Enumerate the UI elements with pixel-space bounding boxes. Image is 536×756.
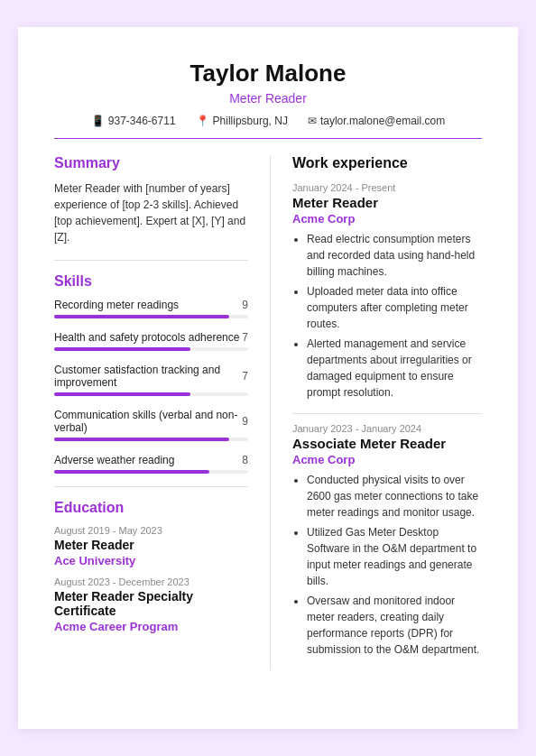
- summary-text: Meter Reader with [number of years] expe…: [54, 180, 248, 245]
- skill-label: Customer satisfaction tracking and impro…: [54, 364, 242, 389]
- job-item: January 2024 - Present Meter Reader Acme…: [292, 182, 482, 414]
- skill-bar-bg: [54, 470, 248, 474]
- education-list: August 2019 - May 2023 Meter Reader Ace …: [54, 525, 248, 633]
- job-bullet: Uploaded meter data into office computer…: [307, 283, 482, 332]
- edu-school: Ace University: [54, 554, 248, 567]
- job-bullets: Conducted physical visits to over 2600 g…: [292, 472, 482, 658]
- work-divider: [292, 413, 482, 414]
- email-contact: ✉ taylor.malone@email.com: [308, 115, 445, 127]
- candidate-title: Meter Reader: [54, 91, 482, 106]
- job-bullet: Oversaw and monitored indoor meter reade…: [307, 593, 482, 658]
- location-contact: 📍 Phillipsburg, NJ: [196, 115, 288, 127]
- email-text: taylor.malone@email.com: [320, 115, 445, 127]
- summary-title: Summary: [54, 155, 248, 171]
- edu-date: August 2023 - December 2023: [54, 576, 248, 587]
- skill-score: 7: [242, 331, 248, 344]
- job-item: January 2023 - January 2024 Associate Me…: [292, 423, 482, 658]
- resume-container: Taylor Malone Meter Reader 📱 937-346-671…: [18, 27, 518, 729]
- skill-bar-fill: [54, 315, 229, 318]
- location-text: Phillipsburg, NJ: [213, 115, 288, 127]
- skill-bar-fill: [54, 347, 190, 351]
- skill-score: 9: [242, 415, 248, 428]
- skill-score: 8: [242, 454, 248, 466]
- candidate-name: Taylor Malone: [54, 60, 482, 88]
- skill-score: 7: [242, 370, 248, 383]
- edu-date: August 2019 - May 2023: [54, 525, 248, 536]
- job-bullets: Read electric consumption meters and rec…: [292, 231, 482, 401]
- skill-bar-bg: [54, 347, 248, 351]
- job-title: Meter Reader: [292, 195, 482, 210]
- header-divider: [54, 138, 482, 139]
- summary-divider: [54, 260, 248, 261]
- skill-item: Adverse weather reading 8: [54, 454, 248, 474]
- main-content: Summary Meter Reader with [number of yea…: [54, 155, 482, 670]
- skill-bar-fill: [54, 470, 209, 474]
- skill-item: Customer satisfaction tracking and impro…: [54, 364, 248, 396]
- education-item: August 2023 - December 2023 Meter Reader…: [54, 576, 248, 633]
- edu-school: Acme Career Program: [54, 620, 248, 633]
- skills-list: Recording meter readings 9 Health and sa…: [54, 299, 248, 474]
- skill-score: 9: [242, 299, 248, 311]
- edu-degree: Meter Reader Specialty Certificate: [54, 589, 248, 618]
- phone-icon: 📱: [91, 115, 105, 127]
- right-column: Work experience January 2024 - Present M…: [271, 155, 482, 670]
- skill-item: Recording meter readings 9: [54, 299, 248, 318]
- education-title: Education: [54, 500, 248, 516]
- edu-degree: Meter Reader: [54, 538, 248, 552]
- skill-bar-bg: [54, 438, 248, 441]
- skill-label: Health and safety protocols adherence: [54, 331, 239, 344]
- skill-bar-bg: [54, 392, 248, 396]
- summary-section: Summary Meter Reader with [number of yea…: [54, 155, 248, 245]
- job-date: January 2024 - Present: [292, 182, 482, 193]
- skill-bar-fill: [54, 438, 229, 441]
- skill-item: Health and safety protocols adherence 7: [54, 331, 248, 351]
- job-title: Associate Meter Reader: [292, 436, 482, 451]
- phone-number: 937-346-6711: [108, 115, 176, 127]
- phone-contact: 📱 937-346-6711: [91, 115, 176, 127]
- skill-label: Recording meter readings: [54, 299, 179, 311]
- skill-bar-fill: [54, 392, 190, 396]
- skill-item: Communication skills (verbal and non-ver…: [54, 409, 248, 441]
- education-section: Education August 2019 - May 2023 Meter R…: [54, 500, 248, 633]
- job-company: Acme Corp: [292, 212, 482, 226]
- job-bullet: Alerted management and service departmen…: [307, 336, 482, 401]
- skill-label: Adverse weather reading: [54, 454, 174, 466]
- skill-bar-bg: [54, 315, 248, 318]
- left-column: Summary Meter Reader with [number of yea…: [54, 155, 271, 670]
- job-bullet: Read electric consumption meters and rec…: [307, 231, 482, 280]
- contact-row: 📱 937-346-6711 📍 Phillipsburg, NJ ✉ tayl…: [54, 115, 482, 127]
- job-company: Acme Corp: [292, 453, 482, 466]
- job-bullet: Conducted physical visits to over 2600 g…: [307, 472, 482, 521]
- work-list: January 2024 - Present Meter Reader Acme…: [292, 182, 482, 658]
- job-bullet: Utilized Gas Meter Desktop Software in t…: [307, 524, 482, 589]
- work-title: Work experience: [292, 155, 482, 171]
- skills-title: Skills: [54, 273, 248, 290]
- skills-divider: [54, 486, 248, 487]
- skill-label: Communication skills (verbal and non-ver…: [54, 409, 242, 434]
- location-icon: 📍: [196, 115, 209, 127]
- education-item: August 2019 - May 2023 Meter Reader Ace …: [54, 525, 248, 567]
- job-date: January 2023 - January 2024: [292, 423, 482, 434]
- skills-section: Skills Recording meter readings 9 Health…: [54, 273, 248, 474]
- header-section: Taylor Malone Meter Reader 📱 937-346-671…: [54, 60, 482, 127]
- email-icon: ✉: [308, 115, 317, 127]
